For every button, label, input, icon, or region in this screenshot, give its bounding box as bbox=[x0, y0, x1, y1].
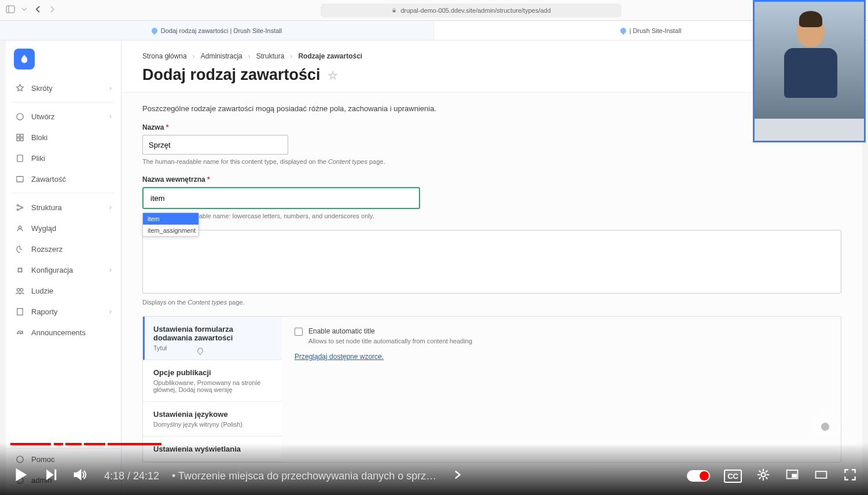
admin-app: Skróty›Utwórz›BlokiPlikiZawartośćStruktu… bbox=[6, 41, 862, 495]
sidebar-item-rozszerz[interactable]: Rozszerz bbox=[6, 239, 121, 259]
tab-label: Dodaj rodzaj zawartości | Drush Site-Ins… bbox=[161, 27, 282, 34]
sidebar-item-label: Rozszerz bbox=[31, 245, 62, 254]
sidebar-item-label: Utwórz bbox=[31, 112, 54, 121]
menu-icon bbox=[15, 83, 24, 93]
svg-rect-10 bbox=[20, 134, 23, 137]
chevron-right-icon: › bbox=[109, 307, 112, 316]
url-bar[interactable]: drupal-demo-005.ddev.site/admin/structur… bbox=[321, 3, 621, 17]
admin-sidebar: Skróty›Utwórz›BlokiPlikiZawartośćStruktu… bbox=[6, 41, 122, 495]
svg-point-26 bbox=[761, 472, 765, 476]
theater-button[interactable] bbox=[814, 467, 829, 485]
name-label: Nazwa * bbox=[142, 123, 841, 131]
chapter-title[interactable]: • Tworzenie miejsca do przechowywania da… bbox=[172, 470, 436, 482]
breadcrumb-item[interactable]: Strona główna bbox=[142, 52, 187, 60]
menu-icon bbox=[15, 112, 24, 121]
drupal-icon bbox=[619, 26, 627, 34]
sidebar-item-ludzie[interactable]: Ludzie bbox=[6, 280, 121, 301]
vtab-title: Ustawienia formularza dodawania zawartoś… bbox=[153, 325, 271, 342]
sidebar-item-label: Skróty bbox=[31, 84, 53, 93]
autocomplete-dropdown: itemitem_assignment bbox=[142, 212, 199, 237]
autocomplete-item[interactable]: item bbox=[143, 213, 198, 225]
menu-icon bbox=[15, 307, 24, 316]
drupal-logo[interactable] bbox=[14, 49, 35, 69]
forward-icon[interactable] bbox=[47, 5, 57, 16]
sidebar-item-label: Struktura bbox=[31, 203, 62, 212]
play-button[interactable] bbox=[10, 465, 30, 487]
star-icon[interactable]: ☆ bbox=[328, 68, 338, 82]
svg-point-25 bbox=[821, 423, 829, 431]
vtab-title: Ustawienia językowe bbox=[153, 410, 271, 419]
sidebar-toggle-icon[interactable] bbox=[6, 5, 15, 16]
auto-title-checkbox[interactable] bbox=[295, 328, 303, 336]
webcam-overlay bbox=[753, 0, 866, 142]
settings-button[interactable] bbox=[756, 467, 771, 485]
fullscreen-button[interactable] bbox=[843, 467, 858, 485]
video-controls: 4:18 / 24:12 • Tworzenie miejsca do prze… bbox=[0, 443, 868, 495]
breadcrumb-item[interactable]: Administracja bbox=[201, 52, 242, 60]
vtab-title: Opcje publikacji bbox=[153, 368, 271, 377]
vtab-subtitle: Domyślny język witryny (Polish) bbox=[153, 421, 271, 428]
time-display: 4:18 / 24:12 bbox=[104, 470, 159, 482]
sidebar-item-zawartość[interactable]: Zawartość bbox=[6, 168, 121, 189]
name-input[interactable] bbox=[142, 135, 288, 155]
svg-rect-18 bbox=[18, 268, 21, 272]
browser-tab-1[interactable]: Dodaj rodzaj zawartości | Drush Site-Ins… bbox=[0, 21, 434, 40]
description-textarea[interactable] bbox=[142, 230, 841, 294]
browser-toolbar: drupal-demo-005.ddev.site/admin/structur… bbox=[0, 0, 868, 21]
sidebar-item-struktura[interactable]: Struktura› bbox=[6, 197, 121, 218]
svg-rect-28 bbox=[792, 474, 797, 478]
sidebar-item-label: Ludzie bbox=[31, 287, 53, 295]
vertical-tabs: Ustawienia formularza dodawania zawartoś… bbox=[142, 316, 841, 463]
volume-button[interactable] bbox=[72, 467, 88, 485]
drupal-icon bbox=[150, 26, 159, 34]
vtab-1[interactable]: Opcje publikacjiOpublikowane, Promowany … bbox=[143, 360, 282, 402]
vtab-2[interactable]: Ustawienia językoweDomyślny język witryn… bbox=[143, 402, 282, 437]
svg-rect-0 bbox=[6, 6, 14, 13]
patterns-link[interactable]: Przeglądaj dostępne wzorce. bbox=[295, 353, 384, 361]
sidebar-item-wygląd[interactable]: Wygląd bbox=[6, 218, 121, 239]
sidebar-item-bloki[interactable]: Bloki bbox=[6, 127, 121, 148]
svg-rect-29 bbox=[816, 471, 827, 478]
sidebar-item-utwórz[interactable]: Utwórz› bbox=[6, 106, 121, 127]
sidebar-item-skróty[interactable]: Skróty› bbox=[6, 78, 121, 98]
sidebar-item-announcements[interactable]: Announcements bbox=[6, 322, 121, 343]
progress-bar[interactable] bbox=[10, 443, 858, 445]
sidebar-item-label: Raporty bbox=[31, 307, 58, 316]
sidebar-item-label: Pliki bbox=[31, 154, 45, 163]
dropdown-icon[interactable] bbox=[20, 5, 29, 16]
menu-icon bbox=[15, 203, 24, 212]
captions-button[interactable]: CC bbox=[724, 470, 742, 483]
back-icon[interactable] bbox=[34, 5, 43, 16]
machine-name-label: Nazwa wewnętrzna * bbox=[142, 175, 841, 184]
vtab-subtitle: Opublikowane, Promowany na stronie główn… bbox=[153, 379, 271, 393]
tab-label: | Drush Site-Install bbox=[630, 27, 682, 34]
autoplay-toggle[interactable] bbox=[687, 470, 710, 482]
sidebar-item-pliki[interactable]: Pliki bbox=[6, 148, 121, 168]
menu-icon bbox=[15, 133, 24, 142]
next-button[interactable] bbox=[43, 467, 59, 485]
chapter-next-icon[interactable] bbox=[449, 467, 465, 485]
sidebar-item-konfiguracja[interactable]: Konfiguracja› bbox=[6, 259, 121, 280]
miniplayer-button[interactable] bbox=[785, 467, 800, 485]
page-title: Dodaj rodzaj zawartości bbox=[142, 66, 321, 84]
channel-watermark[interactable] bbox=[808, 409, 843, 437]
description-hint: Displays on the Content types page. bbox=[142, 299, 841, 306]
svg-rect-11 bbox=[16, 138, 19, 141]
menu-icon bbox=[15, 244, 24, 254]
vtab-subtitle: Tytuł bbox=[153, 344, 271, 351]
svg-rect-14 bbox=[16, 176, 23, 181]
svg-rect-13 bbox=[17, 155, 22, 161]
machine-name-input[interactable] bbox=[142, 187, 420, 209]
autocomplete-item[interactable]: item_assignment bbox=[143, 225, 198, 236]
sidebar-item-label: Announcements bbox=[31, 328, 86, 337]
chevron-right-icon: › bbox=[109, 266, 112, 274]
vtab-0[interactable]: Ustawienia formularza dodawania zawartoś… bbox=[143, 317, 282, 360]
intro-text: Poszczególne rodzaje zawartości mogą pos… bbox=[142, 104, 841, 113]
sidebar-item-raporty[interactable]: Raporty› bbox=[6, 301, 121, 322]
menu-icon bbox=[15, 265, 24, 274]
menu-icon bbox=[15, 153, 24, 163]
cursor-icon bbox=[196, 347, 205, 357]
url-text: drupal-demo-005.ddev.site/admin/structur… bbox=[400, 7, 551, 14]
breadcrumb-item[interactable]: Struktura bbox=[256, 52, 285, 60]
main-area: Strona główna›Administracja›Struktura›Ro… bbox=[122, 41, 862, 495]
